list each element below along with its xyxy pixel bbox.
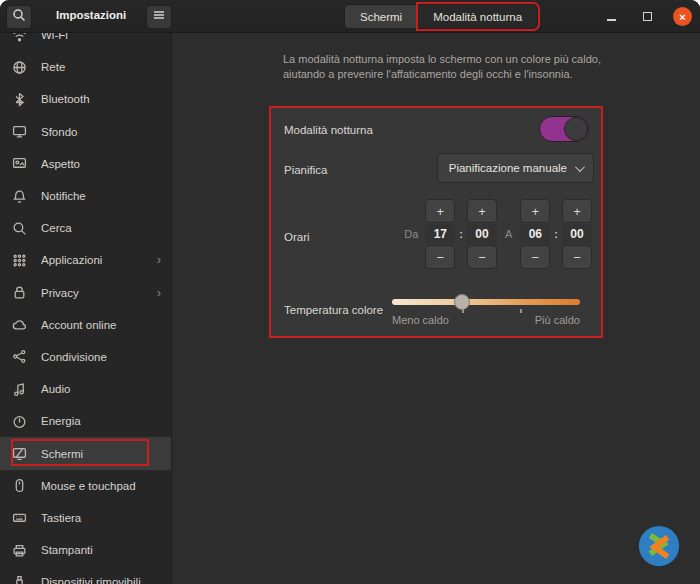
sidebar-item-account-online[interactable]: Account online [0, 309, 171, 341]
sidebar-item-label: Privacy [41, 287, 157, 299]
tab-modalita-notturna[interactable]: Modalità notturna [418, 4, 538, 29]
temperature-slider-track[interactable] [392, 299, 580, 305]
sidebar-item-label: Cerca [41, 222, 161, 234]
music-note-icon [12, 382, 27, 397]
sidebar-item-label: Rete [41, 61, 161, 73]
appearance-icon [12, 156, 27, 171]
temperature-slider-zone: Meno caldo Più caldo [392, 296, 580, 332]
sidebar-item-label: Audio [41, 383, 161, 395]
sidebar-item-label: Wi-Fi [41, 33, 161, 41]
sidebar-item-label: Stampanti [41, 544, 161, 556]
to-hour-decrement-button[interactable]: − [520, 245, 550, 269]
from-minute-increment-button[interactable]: + [467, 199, 497, 223]
toggle-knob [564, 117, 588, 141]
chevron-right-icon: › [157, 286, 161, 300]
apps-grid-icon [12, 253, 27, 268]
search-icon [12, 221, 27, 236]
less-warm-label: Meno caldo [392, 314, 449, 326]
sidebar-item-mouse-e-touchpad[interactable]: Mouse e touchpad [0, 470, 171, 502]
header-bar: Impostazioni Schermi Modalità notturna × [0, 0, 700, 33]
night-light-description: La modalità notturna imposta lo schermo … [283, 52, 631, 81]
sidebar-item-condivisione[interactable]: Condivisione [0, 341, 171, 373]
to-colon: : [554, 228, 558, 240]
sidebar-item-tastiera[interactable]: Tastiera [0, 502, 171, 534]
from-minute-value[interactable]: 00 [467, 224, 497, 244]
slider-tick [520, 309, 522, 313]
to-minute-decrement-button[interactable]: − [562, 245, 592, 269]
sidebar-item-label: Bluetooth [41, 93, 161, 105]
schedule-dropdown[interactable]: Pianificazione manuale [437, 153, 594, 183]
view-switcher: Schermi Modalità notturna [344, 4, 538, 29]
lffl-logo [636, 523, 682, 569]
sidebar-item-notifiche[interactable]: Notifiche [0, 180, 171, 212]
from-hour-increment-button[interactable]: + [425, 199, 455, 223]
sidebar-item-label: Mouse e touchpad [41, 480, 161, 492]
sidebar-item-cerca[interactable]: Cerca [0, 212, 171, 244]
temperature-slider-handle[interactable] [454, 294, 470, 310]
share-icon [12, 349, 27, 364]
power-icon [12, 414, 27, 429]
search-button[interactable] [6, 5, 32, 29]
sidebar-item-rete[interactable]: Rete [0, 51, 171, 83]
chevron-right-icon: › [157, 253, 161, 267]
keyboard-icon [12, 510, 27, 525]
night-light-toggle[interactable] [539, 116, 589, 142]
sidebar-item-sfondo[interactable]: Sfondo [0, 116, 171, 148]
from-hour-spinner: + 17 − [425, 199, 455, 269]
from-hour-value[interactable]: 17 [425, 224, 455, 244]
from-minute-spinner: + 00 − [467, 199, 497, 269]
search-icon [12, 8, 26, 26]
sidebar-list: Wi-FiReteBluetoothSfondoAspettoNotifiche… [0, 33, 171, 584]
sidebar-item-privacy[interactable]: Privacy› [0, 277, 171, 309]
from-colon: : [459, 228, 463, 240]
hamburger-icon [152, 8, 166, 26]
sidebar-item-label: Dispositivi rimovibili [41, 576, 161, 584]
schedule-label: Pianifica [284, 164, 327, 176]
sidebar-item-label: Tastiera [41, 512, 161, 524]
sidebar-item-dispositivi-rimovibili[interactable]: Dispositivi rimovibili [0, 566, 171, 584]
to-hour-increment-button[interactable]: + [520, 199, 550, 223]
display-icon [12, 446, 27, 461]
sidebar-item-schermi[interactable]: Schermi [0, 437, 171, 469]
maximize-button[interactable] [637, 7, 657, 27]
sidebar-item-label: Notifiche [41, 190, 161, 202]
sidebar-item-label: Aspetto [41, 158, 161, 170]
slider-labels: Meno caldo Più caldo [392, 314, 580, 326]
bluetooth-icon [12, 92, 27, 107]
slider-tick [462, 309, 464, 313]
lock-icon [12, 285, 27, 300]
to-minute-value[interactable]: 00 [562, 224, 592, 244]
minimize-button[interactable] [601, 7, 621, 27]
sidebar-item-energia[interactable]: Energia [0, 405, 171, 437]
night-light-settings-box: Modalità notturna Pianifica Pianificazio… [269, 106, 603, 338]
sidebar-item-label: Applicazioni [41, 254, 157, 266]
sidebar-item-bluetooth[interactable]: Bluetooth [0, 83, 171, 115]
to-minute-increment-button[interactable]: + [562, 199, 592, 223]
window-controls: × [601, 0, 692, 33]
from-label: Da [404, 228, 418, 240]
night-light-label: Modalità notturna [284, 124, 373, 136]
from-hour-decrement-button[interactable]: − [425, 245, 455, 269]
bell-icon [12, 189, 27, 204]
wifi-icon [12, 33, 27, 43]
window-title: Impostazioni [56, 9, 126, 21]
main-panel: La modalità notturna imposta lo schermo … [173, 33, 700, 584]
close-button[interactable]: × [673, 7, 692, 26]
minimize-icon [607, 19, 616, 21]
sidebar-item-wi-fi[interactable]: Wi-Fi [0, 33, 171, 51]
to-minute-spinner: + 00 − [562, 199, 592, 269]
sidebar-item-audio[interactable]: Audio [0, 373, 171, 405]
sidebar-item-stampanti[interactable]: Stampanti [0, 534, 171, 566]
tab-schermi[interactable]: Schermi [344, 4, 418, 29]
printer-icon [12, 543, 27, 558]
sidebar-item-applicazioni[interactable]: Applicazioni› [0, 244, 171, 276]
chevron-down-icon [575, 162, 585, 172]
to-hour-value[interactable]: 06 [520, 224, 550, 244]
sidebar-item-aspetto[interactable]: Aspetto [0, 148, 171, 180]
menu-button[interactable] [146, 5, 172, 29]
sidebar-item-label: Energia [41, 415, 161, 427]
from-minute-decrement-button[interactable]: − [467, 245, 497, 269]
usb-icon [12, 575, 27, 584]
wallpaper-icon [12, 124, 27, 139]
cloud-icon [12, 317, 27, 332]
